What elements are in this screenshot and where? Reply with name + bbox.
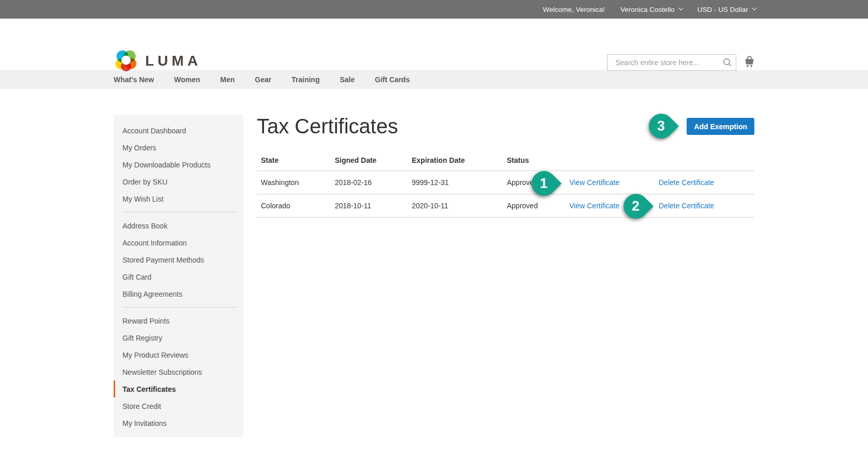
sidebar-item-my-invitations[interactable]: My Invitations — [114, 415, 243, 432]
col-header-status: Status — [503, 153, 565, 171]
sidebar-item-my-downloadable-products[interactable]: My Downloadable Products — [114, 156, 243, 173]
sidebar-item-gift-registry[interactable]: Gift Registry — [114, 329, 243, 346]
currency-menu-label: USD - US Dollar — [698, 6, 748, 13]
nav-item-gift-cards[interactable]: Gift Cards — [375, 75, 410, 84]
col-header-actions — [655, 153, 754, 171]
table-row: Washington 2018-02-16 9999-12-31 Approve… — [257, 171, 754, 194]
sidebar-item-tax-certificates[interactable]: Tax Certificates — [114, 380, 243, 397]
cart-button[interactable] — [742, 55, 756, 70]
currency-menu[interactable]: USD - US Dollar — [698, 6, 755, 13]
search-box — [607, 54, 736, 71]
luma-logo[interactable]: LUMA — [114, 49, 202, 73]
chevron-down-icon — [752, 5, 757, 10]
col-header-expiration-date: Expiration Date — [408, 153, 503, 171]
add-exemption-button[interactable]: Add Exemption — [687, 118, 754, 135]
view-certificate-link[interactable]: View Certificate — [569, 202, 619, 210]
sidebar-item-newsletter-subscriptions[interactable]: Newsletter Subscriptions — [114, 363, 243, 380]
luma-logo-icon — [114, 49, 138, 73]
nav-item-women[interactable]: Women — [174, 75, 200, 84]
search-input[interactable] — [607, 54, 736, 71]
col-header-actions — [565, 153, 655, 171]
logo-text: LUMA — [145, 53, 202, 69]
main-content: Tax Certificates Add Exemption State Sig… — [257, 115, 754, 218]
sidebar-item-stored-payment-methods[interactable]: Stored Payment Methods — [114, 251, 243, 268]
sidebar-divider — [122, 212, 237, 212]
sidebar-item-my-orders[interactable]: My Orders — [114, 139, 243, 156]
welcome-message: Welcome, Veronica! — [543, 6, 605, 13]
sidebar-item-store-credit[interactable]: Store Credit — [114, 397, 243, 415]
account-menu-label: Veronica Costello — [621, 6, 675, 13]
cart-icon — [742, 55, 756, 68]
sidebar-item-address-book[interactable]: Address Book — [114, 217, 243, 234]
nav-item-whats-new[interactable]: What's New — [114, 75, 154, 84]
view-certificate-link[interactable]: View Certificate — [569, 178, 619, 187]
sidebar-item-my-product-reviews[interactable]: My Product Reviews — [114, 346, 243, 363]
cell-signed-date: 2018-02-16 — [331, 171, 408, 194]
search-icon[interactable] — [722, 57, 733, 68]
nav-item-training[interactable]: Training — [291, 75, 319, 84]
cell-signed-date: 2018-10-11 — [331, 194, 408, 218]
account-sidebar: Account Dashboard My Orders My Downloada… — [114, 115, 243, 437]
sidebar-item-account-dashboard[interactable]: Account Dashboard — [114, 122, 243, 139]
table-header-row: State Signed Date Expiration Date Status — [257, 153, 754, 171]
page-title: Tax Certificates — [257, 115, 754, 137]
col-header-state: State — [257, 153, 331, 171]
nav-item-men[interactable]: Men — [220, 75, 235, 84]
chevron-down-icon — [678, 5, 684, 10]
sidebar-item-gift-card[interactable]: Gift Card — [114, 268, 243, 285]
sidebar-item-account-information[interactable]: Account Information — [114, 234, 243, 251]
cell-state: Colorado — [257, 194, 331, 218]
sidebar-item-reward-points[interactable]: Reward Points — [114, 312, 243, 329]
col-header-signed-date: Signed Date — [331, 153, 408, 171]
nav-item-sale[interactable]: Sale — [340, 75, 355, 84]
table-row: Colorado 2018-10-11 2020-10-11 Approved … — [257, 194, 754, 218]
sidebar-item-billing-agreements[interactable]: Billing Agreements — [114, 285, 243, 302]
sidebar-item-order-by-sku[interactable]: Order by SKU — [114, 173, 243, 190]
delete-certificate-link[interactable]: Delete Certificate — [659, 202, 714, 210]
sidebar-divider — [122, 307, 237, 308]
account-menu[interactable]: Veronica Costello — [621, 6, 682, 13]
tax-certificates-table: State Signed Date Expiration Date Status… — [257, 153, 754, 218]
cell-status: Approved — [503, 194, 565, 218]
store-header: LUMA — [0, 19, 868, 70]
top-bar: Welcome, Veronica! Veronica Costello USD… — [0, 0, 868, 19]
delete-certificate-link[interactable]: Delete Certificate — [659, 178, 714, 187]
sidebar-item-my-wish-list[interactable]: My Wish List — [114, 190, 243, 207]
cell-expiration-date: 9999-12-31 — [408, 171, 503, 194]
cell-expiration-date: 2020-10-11 — [408, 194, 503, 218]
cell-state: Washington — [257, 171, 331, 194]
nav-item-gear[interactable]: Gear — [255, 75, 271, 84]
